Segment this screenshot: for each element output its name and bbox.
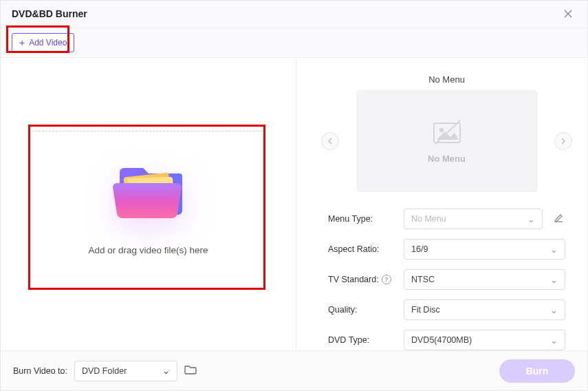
add-video-button[interactable]: + Add Video	[12, 33, 74, 52]
label-menu-type: Menu Type:	[328, 214, 394, 224]
select-tv-standard[interactable]: NTSC ⌄	[404, 269, 565, 290]
row-quality: Quality: Fit Disc ⌄	[328, 299, 565, 320]
select-aspect-ratio-value: 16/9	[411, 244, 428, 254]
burn-button[interactable]: Burn	[499, 359, 575, 383]
left-panel: Add or drag video file(s) here	[1, 58, 296, 350]
svg-point-3	[439, 128, 443, 132]
add-video-label: Add Video	[29, 38, 67, 47]
plus-icon: +	[19, 38, 25, 47]
select-aspect-ratio[interactable]: 16/9 ⌄	[404, 239, 565, 260]
select-burn-to[interactable]: DVD Folder ⌄	[74, 361, 177, 381]
select-tv-standard-value: NTSC	[411, 275, 435, 284]
chevron-down-icon: ⌄	[550, 275, 558, 285]
toolbar: + Add Video	[1, 28, 587, 59]
preview-next-button[interactable]	[554, 132, 572, 150]
preview-prev-button[interactable]	[321, 132, 339, 150]
select-dvd-type-value: DVD5(4700MB)	[411, 335, 472, 345]
edit-menu-button[interactable]	[552, 213, 565, 225]
settings-fields: Menu Type: No Menu ⌄ Aspect Ratio: 16/9 …	[328, 209, 565, 350]
select-quality[interactable]: Fit Disc ⌄	[404, 299, 565, 320]
label-tv-standard: TV Standard: ?	[328, 275, 394, 284]
help-icon[interactable]: ?	[382, 275, 391, 284]
dropzone-label: Add or drag video file(s) here	[88, 245, 208, 255]
label-quality: Quality:	[328, 305, 394, 315]
chevron-down-icon: ⌄	[550, 305, 558, 315]
footer-bar: Burn Video to: DVD Folder ⌄ Burn	[1, 350, 587, 390]
select-menu-type-value: No Menu	[411, 214, 446, 224]
close-icon	[563, 9, 573, 19]
menu-preview: No Menu	[357, 90, 537, 192]
svg-line-4	[435, 120, 460, 144]
window-title: DVD&BD Burner	[12, 8, 87, 19]
close-button[interactable]	[560, 6, 576, 22]
select-menu-type[interactable]: No Menu ⌄	[404, 209, 543, 229]
chevron-down-icon: ⌄	[162, 366, 170, 376]
select-burn-to-value: DVD Folder	[82, 366, 127, 376]
footer-left: Burn Video to: DVD Folder ⌄	[13, 361, 197, 381]
row-menu-type: Menu Type: No Menu ⌄	[328, 209, 565, 229]
preview-row: No Menu	[328, 90, 565, 192]
label-dvd-type: DVD Type:	[328, 335, 394, 345]
burn-button-label: Burn	[526, 366, 549, 377]
chevron-down-icon: ⌄	[550, 335, 558, 346]
browse-folder-button[interactable]	[184, 364, 197, 377]
app-window: DVD&BD Burner + Add Video	[0, 0, 588, 391]
row-dvd-type: DVD Type: DVD5(4700MB) ⌄	[328, 330, 565, 350]
chevron-down-icon: ⌄	[527, 214, 535, 224]
row-aspect-ratio: Aspect Ratio: 16/9 ⌄	[328, 239, 565, 260]
right-panel: No Menu No Menu	[296, 58, 587, 350]
label-aspect-ratio: Aspect Ratio:	[328, 244, 394, 254]
title-bar: DVD&BD Burner	[1, 1, 587, 28]
chevron-right-icon	[560, 138, 566, 145]
pencil-icon	[554, 213, 564, 223]
folder-outline-icon	[184, 364, 197, 375]
select-dvd-type[interactable]: DVD5(4700MB) ⌄	[404, 330, 565, 350]
main-area: Add or drag video file(s) here No Menu N…	[1, 58, 587, 350]
preview-placeholder-text: No Menu	[428, 154, 466, 164]
chevron-left-icon	[327, 138, 333, 145]
no-image-icon	[430, 119, 464, 147]
row-tv-standard: TV Standard: ? NTSC ⌄	[328, 269, 565, 290]
preview-title: No Menu	[328, 74, 565, 85]
chevron-down-icon: ⌄	[550, 244, 558, 255]
dropzone[interactable]: Add or drag video file(s) here	[32, 125, 265, 284]
select-quality-value: Fit Disc	[411, 305, 440, 315]
burn-to-label: Burn Video to:	[13, 366, 67, 376]
folder-icon	[100, 153, 197, 229]
